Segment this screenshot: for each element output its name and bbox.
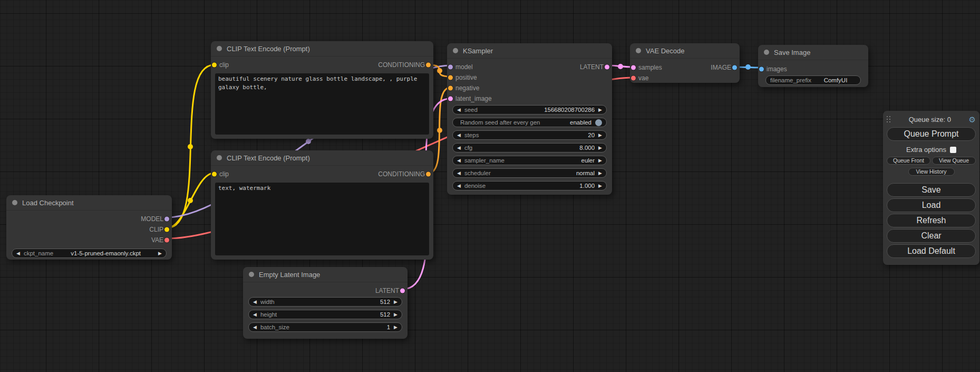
node-save-image[interactable]: Save Image images filename_prefix ComfyU… [758, 45, 868, 87]
denoise-widget[interactable]: ◀ denoise 1.000 ▶ [452, 181, 607, 190]
decrement-arrow-icon[interactable]: ◀ [253, 325, 257, 330]
clip-input-port[interactable] [212, 63, 217, 68]
view-queue-button[interactable]: View Queue [932, 157, 976, 165]
node-title-bar[interactable]: KSampler [447, 43, 612, 59]
increment-arrow-icon[interactable]: ▶ [598, 184, 602, 188]
model-output-port[interactable] [164, 217, 169, 222]
widget-label: Random seed after every gen [460, 119, 540, 126]
collapse-dot-icon[interactable] [12, 200, 17, 205]
prompt-textarea[interactable]: beautiful scenery nature glass bottle la… [215, 73, 429, 135]
node-title-bar[interactable]: CLIP Text Encode (Prompt) [211, 150, 433, 166]
decrement-arrow-icon[interactable]: ◀ [457, 171, 461, 176]
ckpt-name-widget[interactable]: ◀ ckpt_name v1-5-pruned-emaonly.ckpt ▶ [12, 249, 167, 258]
node-ksampler[interactable]: KSampler model LATENT positive negative … [447, 43, 612, 195]
clip-output-port[interactable] [164, 227, 169, 232]
latent-output-port[interactable] [605, 65, 609, 70]
link-dot[interactable] [188, 198, 193, 203]
input-label: positive [455, 74, 477, 81]
positive-input-port[interactable] [448, 75, 453, 80]
node-title-bar[interactable]: CLIP Text Encode (Prompt) [211, 41, 433, 56]
cfg-widget[interactable]: ◀ cfg 8.000 ▶ [452, 143, 607, 152]
random-seed-toggle-widget[interactable]: Random seed after every gen enabled [452, 118, 607, 127]
model-input-port[interactable] [448, 65, 453, 70]
node-title-bar[interactable]: VAE Decode [630, 43, 740, 59]
decrement-arrow-icon[interactable]: ◀ [457, 133, 461, 138]
conditioning-output-port[interactable] [426, 172, 431, 177]
link-dot[interactable] [745, 64, 751, 70]
collapse-dot-icon[interactable] [764, 50, 769, 55]
increment-arrow-icon[interactable]: ▶ [598, 171, 602, 176]
prompt-textarea[interactable]: text, watermark [215, 183, 429, 255]
node-load-checkpoint[interactable]: Load Checkpoint MODEL CLIP VAE ◀ ckpt_na… [6, 195, 172, 260]
decrement-arrow-icon[interactable]: ◀ [457, 108, 461, 112]
increment-arrow-icon[interactable]: ▶ [598, 108, 602, 112]
negative-input-port[interactable] [448, 86, 453, 91]
decrement-arrow-icon[interactable]: ◀ [457, 184, 461, 188]
vae-output-port[interactable] [164, 238, 169, 243]
settings-gear-icon[interactable]: ⚙ [969, 116, 976, 123]
link-dot[interactable] [306, 139, 311, 144]
increment-arrow-icon[interactable]: ▶ [158, 251, 162, 256]
decrement-arrow-icon[interactable]: ◀ [16, 251, 20, 256]
node-title: Empty Latent Image [259, 271, 320, 279]
node-clip-text-encode-negative[interactable]: CLIP Text Encode (Prompt) clip CONDITION… [211, 150, 433, 260]
width-widget[interactable]: ◀ width 512 ▶ [248, 297, 402, 307]
slot-row: clip CONDITIONING [211, 169, 433, 179]
samples-input-port[interactable] [631, 65, 636, 70]
extra-options-checkbox[interactable] [950, 147, 956, 153]
widget-value: 20 [588, 132, 595, 138]
widget-value: 1.000 [579, 183, 595, 189]
refresh-button[interactable]: Refresh [887, 214, 976, 227]
view-history-button[interactable]: View History [908, 168, 955, 176]
conditioning-output-port[interactable] [426, 63, 431, 68]
node-title-bar[interactable]: Load Checkpoint [6, 195, 172, 211]
collapse-dot-icon[interactable] [249, 272, 254, 277]
load-button[interactable]: Load [887, 198, 976, 212]
increment-arrow-icon[interactable]: ▶ [394, 312, 397, 317]
collapse-dot-icon[interactable] [453, 48, 458, 53]
vae-input-port[interactable] [631, 76, 636, 81]
graph-canvas[interactable]: Load Checkpoint MODEL CLIP VAE ◀ ckpt_na… [0, 0, 980, 372]
collapse-dot-icon[interactable] [217, 46, 222, 51]
collapse-dot-icon[interactable] [217, 155, 222, 160]
filename-prefix-widget[interactable]: filename_prefix ComfyUI [765, 75, 861, 85]
queue-prompt-button[interactable]: Queue Prompt [887, 127, 976, 141]
node-title-bar[interactable]: Save Image [758, 45, 868, 60]
link-dot[interactable] [618, 64, 623, 69]
decrement-arrow-icon[interactable]: ◀ [457, 146, 461, 150]
node-empty-latent-image[interactable]: Empty Latent Image LATENT ◀ width 512 ▶ … [243, 267, 407, 339]
node-clip-text-encode-positive[interactable]: CLIP Text Encode (Prompt) clip CONDITION… [211, 41, 433, 139]
sampler-name-widget[interactable]: ◀ sampler_name euler ▶ [452, 156, 607, 165]
latent-image-input-port[interactable] [448, 97, 453, 101]
output-row-clip: CLIP [6, 224, 172, 235]
decrement-arrow-icon[interactable]: ◀ [457, 158, 461, 163]
batch-size-widget[interactable]: ◀ batch_size 1 ▶ [248, 322, 402, 332]
latent-output-port[interactable] [400, 289, 405, 293]
link-dot[interactable] [188, 144, 193, 149]
link-dot[interactable] [437, 68, 442, 73]
scheduler-widget[interactable]: ◀ scheduler normal ▶ [452, 168, 607, 178]
clear-button[interactable]: Clear [887, 229, 976, 243]
decrement-arrow-icon[interactable]: ◀ [253, 312, 257, 317]
increment-arrow-icon[interactable]: ▶ [598, 146, 602, 150]
image-output-port[interactable] [732, 65, 737, 70]
clip-input-port[interactable] [212, 172, 217, 177]
node-title-bar[interactable]: Empty Latent Image [243, 267, 407, 282]
save-button[interactable]: Save [887, 183, 976, 197]
increment-arrow-icon[interactable]: ▶ [394, 325, 397, 330]
steps-widget[interactable]: ◀ steps 20 ▶ [452, 130, 607, 140]
increment-arrow-icon[interactable]: ▶ [598, 133, 602, 138]
seed-widget[interactable]: ◀ seed 156680208700286 ▶ [452, 105, 607, 115]
queue-front-button[interactable]: Queue Front [887, 157, 930, 165]
load-default-button[interactable]: Load Default [887, 244, 976, 258]
height-widget[interactable]: ◀ height 512 ▶ [248, 310, 402, 319]
toggle-indicator[interactable] [595, 119, 602, 126]
increment-arrow-icon[interactable]: ▶ [394, 300, 397, 304]
drag-handle-icon[interactable] [887, 116, 891, 123]
collapse-dot-icon[interactable] [636, 48, 641, 53]
increment-arrow-icon[interactable]: ▶ [598, 158, 602, 163]
decrement-arrow-icon[interactable]: ◀ [253, 300, 257, 304]
link-dot[interactable] [437, 128, 442, 133]
node-vae-decode[interactable]: VAE Decode samples IMAGE vae [630, 43, 740, 83]
images-input-port[interactable] [759, 67, 764, 72]
